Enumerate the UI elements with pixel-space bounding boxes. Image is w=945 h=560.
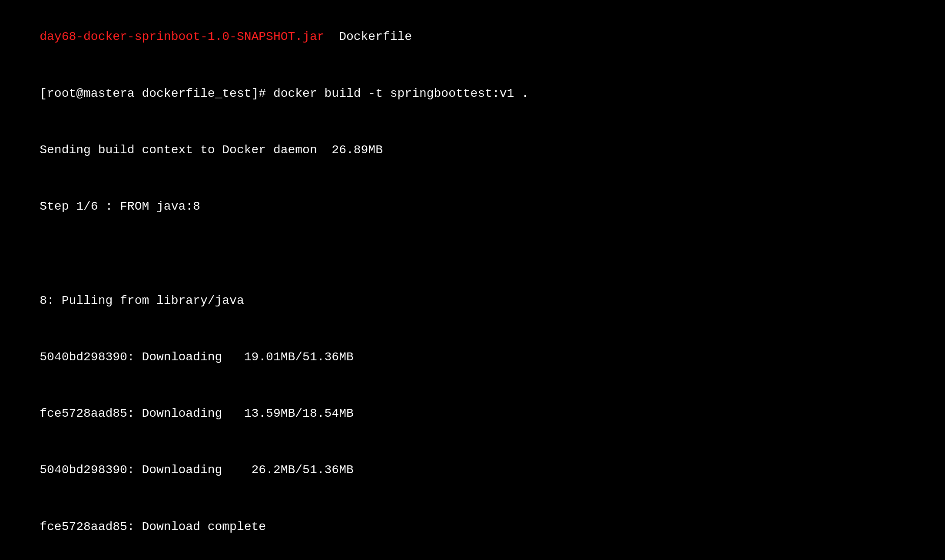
layer-5040-downloading-2: 5040bd298390: Downloading 26.2MB/51.36MB (40, 463, 354, 477)
pulling-from-library: 8: Pulling from library/java (40, 294, 244, 307)
terminal-line-8: 5040bd298390: Downloading 19.01MB/51.36M… (10, 329, 935, 385)
sending-build-context: Sending build context to Docker daemon 2… (40, 143, 383, 157)
terminal-line-3: Sending build context to Docker daemon 2… (10, 122, 935, 178)
terminal-line-5 (10, 235, 935, 254)
dockerfile-text: Dockerfile (325, 30, 412, 43)
terminal-line-4: Step 1/6 : FROM java:8 (10, 178, 935, 235)
terminal-line-10: 5040bd298390: Downloading 26.2MB/51.36MB (10, 442, 935, 498)
terminal-line-12: 5040bd298390: Downloading 38.54MB/51.36M… (10, 555, 935, 560)
terminal-line-9: fce5728aad85: Downloading 13.59MB/18.54M… (10, 385, 935, 442)
layer-fce5-download-complete: fce5728aad85: Download complete (40, 520, 266, 534)
step-1-from: Step 1/6 : FROM java:8 (40, 200, 200, 213)
jar-filename: day68-docker-sprinboot-1.0-SNAPSHOT.jar (40, 30, 324, 43)
terminal-line-1: day68-docker-sprinboot-1.0-SNAPSHOT.jar … (10, 9, 935, 65)
docker-build-cmd: [root@mastera dockerfile_test]# docker b… (40, 87, 529, 100)
terminal-window: day68-docker-sprinboot-1.0-SNAPSHOT.jar … (10, 9, 935, 560)
terminal-line-2: [root@mastera dockerfile_test]# docker b… (10, 65, 935, 122)
terminal-line-11: fce5728aad85: Download complete (10, 498, 935, 555)
terminal-line-6 (10, 254, 935, 272)
terminal-line-7: 8: Pulling from library/java (10, 272, 935, 329)
layer-fce5-downloading-1: fce5728aad85: Downloading 13.59MB/18.54M… (40, 407, 354, 420)
layer-5040-downloading-1: 5040bd298390: Downloading 19.01MB/51.36M… (40, 350, 354, 364)
